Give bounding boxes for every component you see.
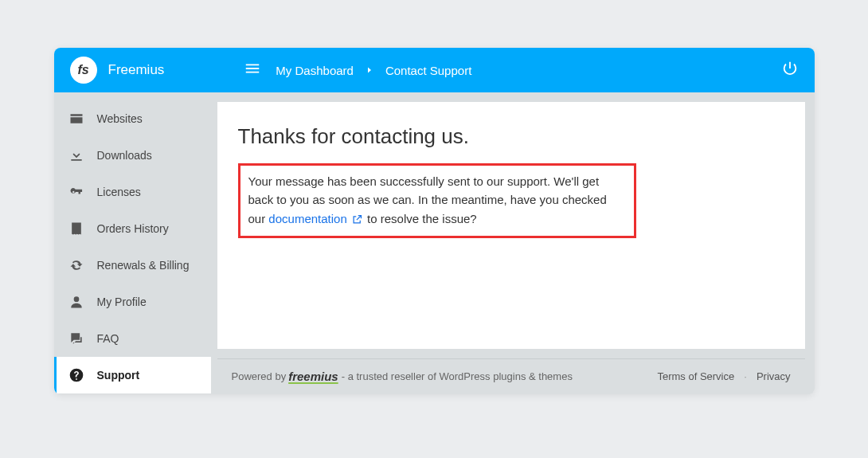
footer: Powered by freemius - a trusted reseller… <box>217 358 805 394</box>
sidebar-item-label: Orders History <box>97 222 169 235</box>
chevron-right-icon <box>365 65 374 75</box>
help-icon <box>68 367 84 383</box>
footer-brand[interactable]: freemius <box>288 370 338 383</box>
hamburger-menu-button[interactable] <box>244 60 261 80</box>
page-title: Thanks for contacting us. <box>238 124 784 149</box>
sidebar-item-my-profile[interactable]: My Profile <box>54 284 211 320</box>
footer-tagline: - a trusted reseller of WordPress plugin… <box>342 370 573 382</box>
chat-icon <box>68 331 84 346</box>
key-icon <box>68 184 84 200</box>
sidebar-item-label: Renewals & Billing <box>97 259 190 272</box>
brand-logo-text: fs <box>77 63 88 77</box>
header-bar: fs Freemius My Dashboard Contact Support <box>54 48 815 92</box>
powered-by-label: Powered by <box>232 370 287 382</box>
logout-button[interactable] <box>781 60 799 80</box>
app-window: fs Freemius My Dashboard Contact Support <box>54 48 815 394</box>
breadcrumb-item-contact-support[interactable]: Contact Support <box>385 64 471 77</box>
footer-links: Terms of Service · Privacy <box>657 370 790 382</box>
sidebar-item-label: Support <box>97 369 140 382</box>
sidebar-item-faq[interactable]: FAQ <box>54 320 211 357</box>
hamburger-icon <box>244 60 261 80</box>
sidebar-item-renewals-billing[interactable]: Renewals & Billing <box>54 247 211 284</box>
sidebar-item-label: Licenses <box>97 186 141 198</box>
sidebar-item-label: My Profile <box>97 296 147 308</box>
sidebar-item-websites[interactable]: Websites <box>54 100 211 137</box>
confirmation-message-box: Your message has been successfully sent … <box>238 163 636 238</box>
main-body: Websites Downloads Licenses Orders Histo… <box>54 92 815 394</box>
message-text-after: to resolve the issue? <box>364 212 477 225</box>
sidebar-item-licenses[interactable]: Licenses <box>54 174 211 210</box>
content-card: Thanks for contacting us. Your message h… <box>217 102 805 349</box>
tos-link[interactable]: Terms of Service <box>657 370 734 382</box>
sidebar-item-label: FAQ <box>97 332 119 345</box>
documentation-link-text: documentation <box>268 212 346 225</box>
sidebar-item-support[interactable]: Support <box>54 357 211 393</box>
sidebar-item-label: Websites <box>97 112 143 125</box>
receipt-icon <box>68 221 84 237</box>
privacy-link[interactable]: Privacy <box>757 370 791 382</box>
breadcrumb-item-dashboard[interactable]: My Dashboard <box>276 64 354 77</box>
sidebar-item-label: Downloads <box>97 149 152 162</box>
content-area: Thanks for contacting us. Your message h… <box>211 92 815 394</box>
documentation-link[interactable]: documentation <box>268 212 346 225</box>
power-icon <box>781 60 799 80</box>
sync-icon <box>68 257 84 273</box>
sidebar-item-orders-history[interactable]: Orders History <box>54 210 211 247</box>
brand-logo[interactable]: fs <box>70 57 97 84</box>
download-icon <box>68 147 84 163</box>
brand-name: Freemius <box>108 62 165 78</box>
external-link-icon <box>351 213 363 225</box>
breadcrumb: My Dashboard Contact Support <box>276 64 471 77</box>
sidebar: Websites Downloads Licenses Orders Histo… <box>54 92 211 394</box>
profile-icon <box>68 294 84 310</box>
footer-separator: · <box>744 370 747 382</box>
websites-icon <box>68 111 84 127</box>
sidebar-item-downloads[interactable]: Downloads <box>54 137 211 174</box>
